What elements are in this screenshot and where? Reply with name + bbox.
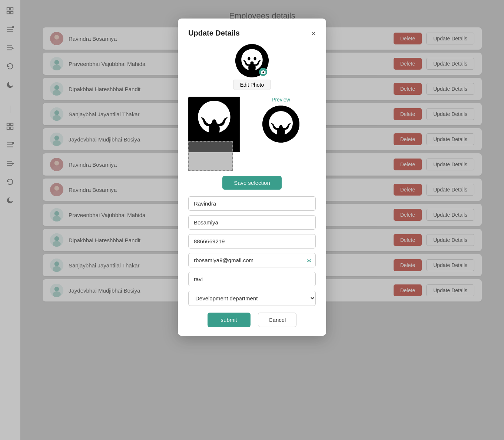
email-input[interactable]: [188, 253, 316, 267]
crop-selection[interactable]: [188, 141, 233, 171]
modal-overlay: Update Details ×: [0, 0, 504, 440]
email-group: ✉: [188, 253, 316, 267]
last-name-input[interactable]: [188, 215, 316, 230]
first-name-input[interactable]: [188, 196, 316, 211]
first-name-group: [188, 196, 316, 211]
crop-area: [188, 97, 240, 171]
cancel-button[interactable]: Cancel: [258, 313, 297, 327]
last-name-group: [188, 215, 316, 230]
avatar-wrapper: [235, 44, 269, 77]
modal-header: Update Details ×: [188, 29, 316, 37]
preview-circle: [262, 106, 299, 143]
username-input[interactable]: [188, 272, 316, 286]
edit-photo-button[interactable]: Edit Photo: [233, 80, 271, 90]
username-group: [188, 272, 316, 286]
svg-point-62: [262, 71, 264, 73]
department-group: Development departmentHR departmentFinan…: [188, 291, 316, 306]
close-button[interactable]: ×: [311, 30, 316, 37]
modal-title: Update Details: [188, 29, 240, 37]
camera-badge: [259, 68, 267, 76]
department-select[interactable]: Development departmentHR departmentFinan…: [188, 291, 316, 306]
photo-section: Edit Photo: [188, 44, 316, 90]
update-details-modal: Update Details ×: [178, 19, 326, 336]
modal-footer: submit Cancel: [188, 313, 316, 327]
phone-input[interactable]: [188, 234, 316, 249]
preview-area: Preview: [246, 97, 316, 143]
crop-preview-area: Preview: [188, 97, 316, 171]
phone-group: [188, 234, 316, 249]
svg-point-61: [254, 57, 256, 60]
email-icon: ✉: [306, 257, 311, 264]
svg-point-60: [248, 57, 250, 60]
preview-label: Preview: [272, 97, 290, 103]
save-selection-button[interactable]: Save selection: [222, 176, 282, 190]
submit-button[interactable]: submit: [208, 313, 251, 327]
